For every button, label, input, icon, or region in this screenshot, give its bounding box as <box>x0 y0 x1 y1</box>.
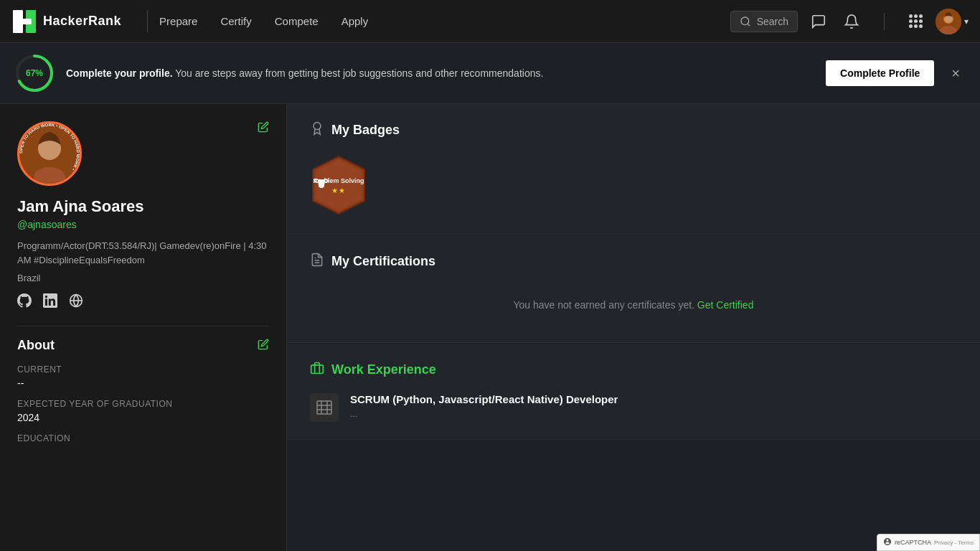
get-certified-link[interactable]: Get Certified <box>697 299 754 311</box>
svg-line-5 <box>748 24 750 26</box>
navbar: HackerRank Prepare Certify Compete Apply… <box>0 0 980 43</box>
badge-section-icon <box>310 121 324 139</box>
profile-divider <box>17 326 269 326</box>
about-title: About <box>17 338 55 353</box>
chevron-down-icon: ▾ <box>964 17 969 27</box>
github-link[interactable] <box>17 293 32 311</box>
cert-empty-state: You have not earned any certificates yet… <box>310 285 957 325</box>
recaptcha-text: reCAPTCHA <box>895 539 931 546</box>
recaptcha-badge: reCAPTCHA Privacy - Terms <box>877 534 980 551</box>
badge-hexagon: Problem Solving ★★ <box>310 154 367 217</box>
content-area: My Badges <box>287 104 980 551</box>
cert-empty-message: You have not earned any certificates yet… <box>514 299 694 311</box>
svg-text:OPEN TO HARD WORK • OPEN TO HA: OPEN TO HARD WORK • OPEN TO HARD WORK • <box>19 123 80 171</box>
main-layout: OPEN TO HARD WORK • OPEN TO HARD WORK • <box>0 104 980 551</box>
notifications-button[interactable] <box>839 9 864 34</box>
nav-link-certify[interactable]: Certify <box>220 15 251 27</box>
social-links <box>17 293 269 311</box>
nav-link-apply[interactable]: Apply <box>341 15 369 27</box>
current-value: -- <box>17 377 269 389</box>
nav-link-compete[interactable]: Compete <box>275 15 319 27</box>
hr-logo <box>11 9 37 34</box>
svg-rect-3 <box>17 19 32 24</box>
cert-header: My Certifications <box>310 253 957 270</box>
education-label: Education <box>17 433 269 443</box>
nav-links: Prepare Certify Compete Apply <box>159 15 730 27</box>
recaptcha-links: Privacy - Terms <box>934 540 974 546</box>
work-header: Work Experience <box>310 361 957 379</box>
nav-divider <box>147 11 148 32</box>
education-field: Education <box>17 433 269 443</box>
message-icon <box>811 14 826 29</box>
badge-problem-solving[interactable]: Problem Solving ★★ <box>310 154 367 217</box>
progress-circle: 67% <box>14 53 55 93</box>
svg-rect-25 <box>317 401 331 414</box>
about-edit-icon[interactable] <box>258 339 269 353</box>
nav-link-prepare[interactable]: Prepare <box>159 15 197 27</box>
work-entry: SCRUM (Python, Javascript/React Native) … <box>310 393 957 422</box>
current-field: Current -- <box>17 364 269 389</box>
search-label: Search <box>757 16 788 27</box>
profile-name: Jam Ajna Soares <box>17 197 269 216</box>
grid-icon <box>909 14 923 28</box>
profile-username: @ajnasoares <box>17 219 269 230</box>
svg-point-4 <box>741 17 749 25</box>
profile-sidebar: OPEN TO HARD WORK • OPEN TO HARD WORK • <box>0 104 287 551</box>
progress-percent: 67% <box>26 68 43 78</box>
bell-icon <box>844 14 859 29</box>
profile-header: OPEN TO HARD WORK • OPEN TO HARD WORK • <box>17 121 269 186</box>
current-label: Current <box>17 364 269 375</box>
complete-profile-button[interactable]: Complete Profile <box>826 60 934 86</box>
graduation-field: Expected year of Graduation 2024 <box>17 399 269 423</box>
banner-message: Complete your profile. You are steps awa… <box>66 67 814 79</box>
badge-stars: ★★ <box>331 187 346 194</box>
linkedin-link[interactable] <box>43 293 57 311</box>
edit-profile-icon[interactable] <box>258 121 269 136</box>
work-experience-section: Work Experience SCRUM (Python, Javascrip… <box>287 344 980 440</box>
badges-title: My Badges <box>331 123 400 138</box>
search-icon <box>740 16 751 27</box>
nav-divider-2 <box>884 13 885 30</box>
company-icon <box>310 393 339 422</box>
badge-content: Problem Solving ★★ <box>313 176 364 194</box>
about-section: About Current -- Expected year of Gradua… <box>17 338 269 443</box>
about-header: About <box>17 338 269 353</box>
badges-section: My Badges <box>287 104 980 235</box>
profile-location: Brazil <box>17 273 269 283</box>
work-section-icon <box>310 361 324 379</box>
banner-rest: You are steps away from getting best job… <box>175 67 543 79</box>
badges-container: Problem Solving ★★ <box>310 154 957 217</box>
close-banner-button[interactable]: × <box>946 62 966 85</box>
job-title: SCRUM (Python, Javascript/React Native) … <box>350 393 618 405</box>
profile-avatar: OPEN TO HARD WORK • OPEN TO HARD WORK • <box>17 121 82 186</box>
apps-button[interactable] <box>905 10 927 32</box>
job-subtitle: ... <box>350 408 618 419</box>
profile-bio: Programm/Actor(DRT:53.584/RJ)| Gamedev(r… <box>17 239 269 267</box>
recaptcha-label <box>883 537 892 547</box>
banner-bold: Complete your profile. <box>66 67 173 79</box>
badges-header: My Badges <box>310 121 957 139</box>
cert-section-icon <box>310 253 324 270</box>
profile-banner: 67% Complete your profile. You are steps… <box>0 43 980 104</box>
brand[interactable]: HackerRank <box>11 9 121 34</box>
user-avatar-button[interactable]: ▾ <box>936 9 969 34</box>
nav-actions: Search <box>730 9 969 34</box>
work-title: Work Experience <box>331 362 436 377</box>
svg-point-19 <box>314 123 321 130</box>
brand-name: HackerRank <box>43 14 121 29</box>
search-bar[interactable]: Search <box>730 11 798 32</box>
graduation-value: 2024 <box>17 412 269 423</box>
website-link[interactable] <box>69 293 83 311</box>
messages-button[interactable] <box>806 9 831 34</box>
graduation-label: Expected year of Graduation <box>17 399 269 409</box>
cert-title: My Certifications <box>331 254 435 269</box>
avatar <box>936 9 961 34</box>
work-info: SCRUM (Python, Javascript/React Native) … <box>350 393 618 419</box>
certifications-section: My Certifications You have not earned an… <box>287 235 980 343</box>
svg-rect-24 <box>311 365 324 374</box>
